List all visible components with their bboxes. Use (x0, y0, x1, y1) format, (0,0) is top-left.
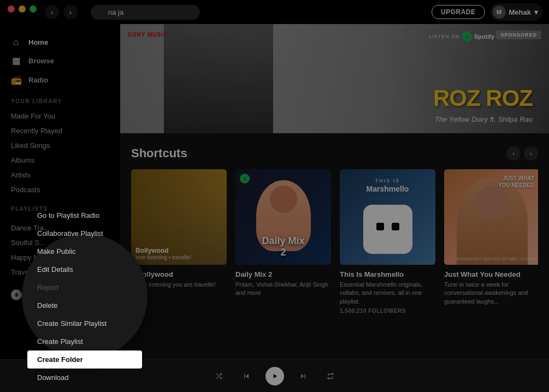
menu-item-create-playlist[interactable]: Create Playlist (22, 332, 147, 351)
menu-item-delete[interactable]: Delete (22, 296, 147, 314)
menu-item-go-to-playlist-radio[interactable]: Go to Playlist Radio (22, 206, 147, 224)
menu-item-download[interactable]: Download (22, 369, 147, 387)
menu-item-make-public[interactable]: Make Public (22, 242, 147, 260)
menu-item-edit-details[interactable]: Edit Details (22, 260, 147, 278)
menu-item-create-similar-playlist[interactable]: Create Similar Playlist (22, 314, 147, 332)
context-menu-list: Go to Playlist Radio Collaborative Playl… (22, 202, 147, 391)
menu-item-report: Report (22, 278, 147, 296)
context-menu: Go to Playlist Radio Collaborative Playl… (22, 234, 147, 359)
menu-item-create-folder[interactable]: Create Folder (27, 351, 142, 369)
menu-item-collaborative-playlist[interactable]: Collaborative Playlist (22, 224, 147, 242)
